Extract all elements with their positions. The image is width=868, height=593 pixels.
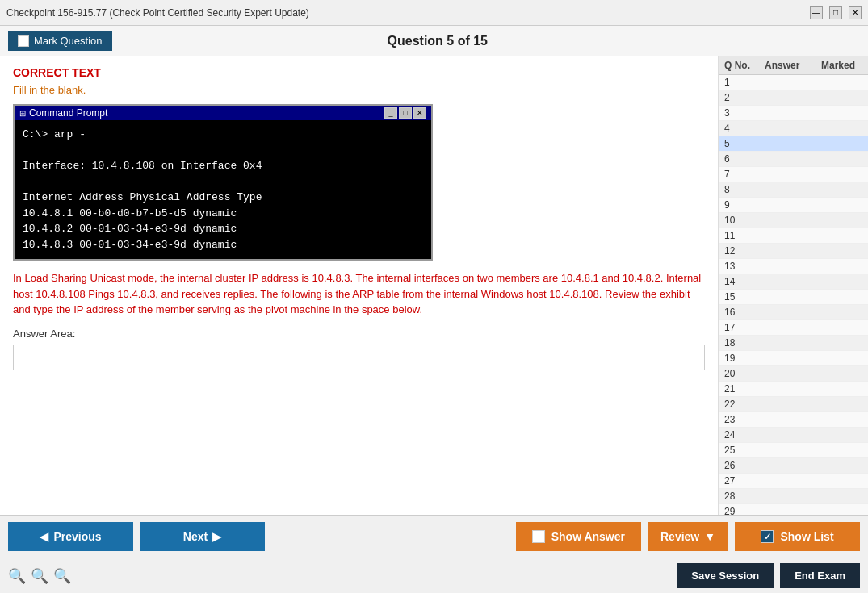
close-button[interactable]: ✕ [849,6,862,19]
previous-button[interactable]: ◀ Previous [8,522,133,551]
question-panel: CORRECT TEXT Fill in the blank. ⊞ Comman… [0,56,719,515]
fill-blank-label: Fill in the blank. [13,84,705,96]
table-row[interactable]: 25 [719,443,868,458]
table-row[interactable]: 18 [719,336,868,351]
cmd-controls: _ □ ✕ [384,107,426,119]
table-row[interactable]: 21 [719,382,868,397]
table-row[interactable]: 5 [719,136,868,152]
table-row[interactable]: 17 [719,320,868,336]
prev-arrow-icon: ◀ [40,530,48,543]
table-row[interactable]: 1 [719,75,868,90]
cmd-line3: Interface: 10.4.8.108 on Interface 0x4 [23,158,423,174]
table-row[interactable]: 3 [719,106,868,121]
show-list-checkbox-icon: ✓ [761,530,774,543]
table-row[interactable]: 24 [719,428,868,443]
review-button[interactable]: Review ▼ [648,522,728,551]
show-list-button[interactable]: ✓ Show List [735,522,860,551]
review-label: Review [660,530,699,543]
bottom-bar: ◀ Previous Next ▶ Show Answer Review ▼ ✓… [0,515,868,558]
title-bar: Checkpoint 156-915.77 (Check Point Certi… [0,0,868,26]
cmd-maximize[interactable]: □ [399,107,412,119]
next-arrow-icon: ▶ [212,530,221,543]
show-answer-checkbox-icon [532,530,545,543]
question-body: In Load Sharing Unicast mode, the intern… [13,270,705,318]
next-label: Next [183,530,208,543]
window-controls: — □ ✕ [810,6,862,19]
app-container: Mark Question Question 5 of 15 CORRECT T… [0,26,868,593]
table-row[interactable]: 6 [719,152,868,167]
qlist-header: Q No. Answer Marked [719,56,868,75]
show-list-label: Show List [780,530,833,543]
footer-actions: Save Session End Exam [677,563,860,588]
cmd-close[interactable]: ✕ [413,107,426,119]
end-exam-button[interactable]: End Exam [780,563,860,588]
correct-text-label: CORRECT TEXT [13,66,705,79]
table-row[interactable]: 19 [719,351,868,366]
table-row[interactable]: 20 [719,366,868,382]
review-dropdown-icon: ▼ [704,530,715,543]
table-row[interactable]: 14 [719,274,868,290]
col-qno: Q No. [724,60,765,71]
cmd-line4 [23,174,423,190]
cmd-body: C:\> arp - Interface: 10.4.8.108 on Inte… [15,120,431,259]
cmd-line7: 10.4.8.2 00-01-03-34-e3-9d dynamic [23,221,423,237]
table-row[interactable]: 10 [719,213,868,228]
maximize-button[interactable]: □ [829,6,842,19]
table-row[interactable]: 9 [719,198,868,213]
zoom-in-button[interactable]: 🔍 [53,567,71,585]
window-title: Checkpoint 156-915.77 (Check Point Certi… [6,7,309,19]
table-row[interactable]: 8 [719,182,868,198]
table-row[interactable]: 2 [719,90,868,106]
table-row[interactable]: 29 [719,504,868,515]
table-row[interactable]: 4 [719,121,868,136]
question-title: Question 5 of 15 [112,34,763,48]
answer-area-label: Answer Area: [13,328,705,340]
table-row[interactable]: 27 [719,474,868,489]
zoom-controls: 🔍 🔍 🔍 [8,567,71,585]
question-list-panel: Q No. Answer Marked 12345678910111213141… [719,56,868,515]
table-row[interactable]: 7 [719,167,868,182]
table-row[interactable]: 12 [719,244,868,259]
question-list-rows: 1234567891011121314151617181920212223242… [719,75,868,515]
toolbar: Mark Question Question 5 of 15 [0,26,868,56]
previous-label: Previous [53,530,101,543]
cmd-minimize[interactable]: _ [384,107,397,119]
mark-question-button[interactable]: Mark Question [8,31,112,51]
mark-checkbox-icon [18,35,29,47]
command-prompt-window: ⊞ Command Prompt _ □ ✕ C:\> arp - Interf… [13,104,433,261]
next-button[interactable]: Next ▶ [140,522,265,551]
table-row[interactable]: 23 [719,412,868,428]
content-area: CORRECT TEXT Fill in the blank. ⊞ Comman… [0,56,868,515]
col-marked: Marked [821,60,868,71]
table-row[interactable]: 26 [719,458,868,474]
zoom-out-button[interactable]: 🔍 [8,567,26,585]
cmd-line8: 10.4.8.3 00-01-03-34-e3-9d dynamic [23,237,423,253]
show-answer-button[interactable]: Show Answer [516,522,641,551]
save-session-button[interactable]: Save Session [677,563,774,588]
cmd-line2 [23,143,423,159]
table-row[interactable]: 28 [719,489,868,504]
cmd-titlebar-left: ⊞ Command Prompt [19,107,107,119]
table-row[interactable]: 15 [719,290,868,305]
footer-bar: 🔍 🔍 🔍 Save Session End Exam [0,558,868,593]
table-row[interactable]: 11 [719,228,868,244]
cmd-icon: ⊞ [19,109,26,118]
table-row[interactable]: 22 [719,397,868,412]
cmd-titlebar: ⊞ Command Prompt _ □ ✕ [15,106,431,120]
show-answer-label: Show Answer [551,530,625,543]
minimize-button[interactable]: — [810,6,823,19]
mark-question-label: Mark Question [34,35,103,47]
cmd-line1: C:\> arp - [23,127,423,143]
answer-input[interactable] [13,345,705,370]
table-row[interactable]: 13 [719,259,868,274]
col-answer: Answer [765,60,821,71]
cmd-title: Command Prompt [29,107,107,119]
cmd-line5: Internet Address Physical Address Type [23,190,423,206]
table-row[interactable]: 16 [719,305,868,320]
cmd-line6: 10.4.8.1 00-b0-d0-b7-b5-d5 dynamic [23,206,423,222]
zoom-reset-button[interactable]: 🔍 [31,567,48,585]
